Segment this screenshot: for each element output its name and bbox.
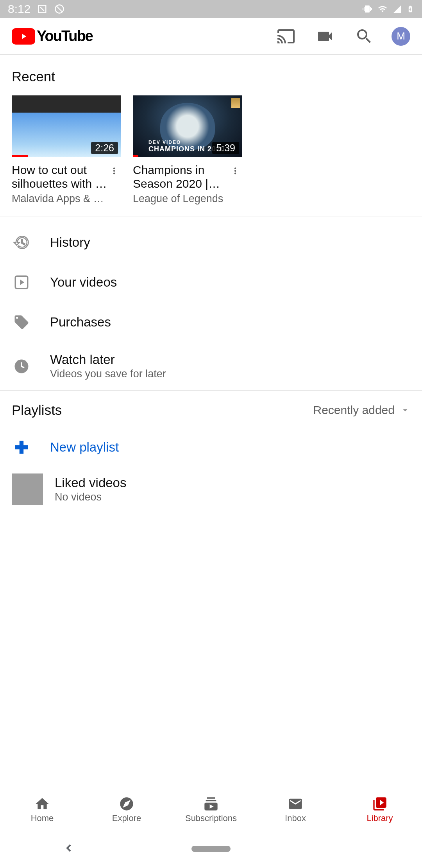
duration-badge: 2:26: [91, 142, 118, 154]
system-nav: [0, 829, 422, 868]
duration-badge: 5:39: [212, 142, 239, 154]
home-pill[interactable]: [191, 846, 231, 852]
video-title: How to cut out silhouettes with …: [12, 163, 107, 190]
recent-video[interactable]: 2:26 How to cut out silhouettes with … M…: [12, 95, 121, 205]
video-thumbnail: 2:26: [12, 95, 121, 157]
wifi-icon: [377, 4, 388, 14]
search-button[interactable]: [345, 18, 384, 55]
history-item[interactable]: History: [0, 222, 422, 262]
playlist-thumbnail: [12, 473, 43, 505]
video-channel: League of Legends: [133, 193, 228, 205]
liked-videos-sub: No videos: [55, 491, 410, 503]
nav-inbox[interactable]: Inbox: [253, 790, 338, 829]
nav-library-label: Library: [367, 813, 393, 823]
video-thumbnail: DEV VIDEO CHAMPIONS IN 2020 5:39: [133, 95, 242, 157]
subscriptions-icon: [203, 796, 219, 812]
playlists-header: Playlists Recently added: [0, 391, 422, 427]
status-time: 8:12: [8, 2, 30, 16]
watch-later-item[interactable]: Watch later Videos you save for later: [0, 342, 422, 390]
vibrate-icon: [362, 4, 373, 14]
tag-icon: [13, 314, 30, 330]
nav-explore[interactable]: Explore: [84, 790, 169, 829]
app-header: YouTube M: [0, 18, 422, 55]
video-menu-button[interactable]: [228, 163, 242, 205]
status-bar: 8:12: [0, 0, 422, 18]
chevron-down-icon: [400, 405, 410, 415]
sort-dropdown[interactable]: Recently added: [313, 404, 410, 417]
play-box-icon: [13, 274, 30, 291]
liked-videos-label: Liked videos: [55, 475, 410, 490]
nav-home[interactable]: Home: [0, 790, 84, 829]
home-icon: [34, 796, 50, 812]
watch-progress: [133, 155, 138, 157]
your-videos-label: Your videos: [50, 275, 410, 290]
watch-progress: [12, 155, 28, 157]
bottom-nav: Home Explore Subscriptions Inbox Library: [0, 790, 422, 829]
video-title: Champions in Season 2020 | De…: [133, 163, 228, 190]
youtube-logo[interactable]: YouTube: [12, 28, 93, 45]
status-icon: [37, 4, 48, 14]
camera-button[interactable]: [306, 18, 345, 55]
recent-title: Recent: [0, 60, 422, 95]
back-icon: [63, 842, 75, 854]
purchases-item[interactable]: Purchases: [0, 302, 422, 342]
purchases-label: Purchases: [50, 315, 410, 330]
cast-button[interactable]: [266, 18, 306, 55]
signal-icon: [392, 4, 402, 14]
nav-subscriptions[interactable]: Subscriptions: [169, 790, 253, 829]
mail-icon: [288, 796, 303, 812]
sort-label: Recently added: [313, 404, 395, 417]
library-content: Recent 2:26 How to cut out silhouettes w…: [0, 55, 422, 790]
liked-videos-item[interactable]: Liked videos No videos: [0, 468, 422, 510]
video-channel: Malavida Apps & Sof…: [12, 193, 107, 205]
playlists-title: Playlists: [12, 402, 62, 418]
youtube-wordmark: YouTube: [37, 28, 93, 45]
nav-subscriptions-label: Subscriptions: [185, 813, 237, 823]
nav-library[interactable]: Library: [338, 790, 422, 829]
cast-icon: [277, 27, 295, 46]
nav-home-label: Home: [31, 813, 54, 823]
youtube-play-icon: [12, 28, 35, 45]
library-icon: [372, 796, 388, 812]
recent-videos: 2:26 How to cut out silhouettes with … M…: [0, 95, 422, 217]
new-playlist-button[interactable]: New playlist: [0, 427, 422, 468]
account-avatar[interactable]: M: [392, 27, 410, 46]
watch-later-label: Watch later: [50, 352, 410, 367]
more-vert-icon: [230, 166, 240, 176]
camera-icon: [316, 27, 334, 46]
back-button[interactable]: [63, 842, 75, 856]
search-icon: [355, 27, 374, 46]
compass-icon: [119, 796, 134, 812]
video-menu-button[interactable]: [107, 163, 121, 205]
more-vert-icon: [109, 166, 119, 176]
your-videos-item[interactable]: Your videos: [0, 262, 422, 302]
nav-explore-label: Explore: [112, 813, 141, 823]
nav-inbox-label: Inbox: [285, 813, 306, 823]
plus-icon: [12, 438, 31, 457]
recent-video[interactable]: DEV VIDEO CHAMPIONS IN 2020 5:39 Champio…: [133, 95, 242, 205]
clock-icon: [13, 358, 30, 375]
history-label: History: [50, 235, 410, 250]
battery-icon: [406, 4, 414, 14]
status-icon: [54, 4, 65, 14]
history-icon: [13, 234, 30, 251]
watch-later-sub: Videos you save for later: [50, 368, 410, 380]
avatar-letter: M: [397, 30, 405, 42]
new-playlist-label: New playlist: [50, 440, 119, 455]
